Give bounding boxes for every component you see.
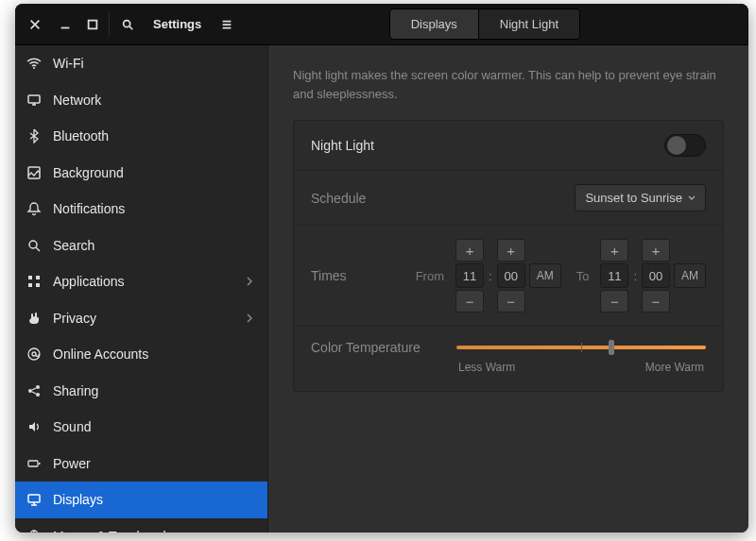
color-temperature-label: Color Temperature: [311, 340, 456, 355]
sidebar-item-label: Applications: [53, 274, 233, 289]
from-ampm[interactable]: AM: [529, 263, 561, 288]
background-icon: [26, 165, 42, 180]
sidebar-item-sharing[interactable]: Sharing: [15, 373, 267, 410]
slider-min-label: Less Warm: [458, 361, 515, 374]
svg-rect-18: [28, 495, 40, 502]
svg-point-6: [29, 241, 37, 248]
sidebar-item-online-accounts[interactable]: Online Accounts: [15, 336, 267, 373]
from-minute-value: 00: [497, 263, 525, 288]
svg-rect-10: [36, 283, 40, 287]
sidebar-item-privacy[interactable]: Privacy: [15, 300, 267, 337]
from-minute-up[interactable]: +: [497, 239, 525, 262]
bluetooth-icon: [26, 128, 42, 144]
svg-point-15: [36, 393, 40, 397]
sidebar-item-label: Network: [53, 93, 254, 108]
schedule-value: Sunset to Sunrise: [585, 191, 682, 205]
toggle-knob: [667, 136, 686, 155]
night-light-panel: Night Light Schedule Sunset to Sunrise: [293, 120, 724, 392]
from-hour-down[interactable]: −: [455, 290, 484, 313]
main-content: Night light makes the screen color warme…: [268, 45, 748, 533]
sidebar-item-search[interactable]: Search: [15, 228, 267, 264]
schedule-dropdown[interactable]: Sunset to Sunrise: [575, 184, 706, 211]
monitor-icon: [26, 492, 42, 507]
svg-rect-16: [28, 461, 38, 466]
svg-point-14: [36, 385, 40, 389]
chevron-right-icon: [245, 311, 254, 326]
svg-rect-1: [88, 20, 96, 28]
slider-thumb[interactable]: [609, 340, 614, 355]
from-minute-down[interactable]: −: [497, 290, 525, 313]
sidebar-item-background[interactable]: Background: [15, 155, 267, 192]
chevron-right-icon: [245, 274, 254, 289]
sidebar-item-displays[interactable]: Displays: [15, 482, 267, 518]
svg-point-2: [124, 20, 130, 26]
svg-rect-9: [28, 283, 32, 287]
app-title: Settings: [153, 17, 201, 31]
wifi-icon: [26, 56, 42, 71]
times-label: Times: [311, 268, 347, 283]
tab-night-light[interactable]: Night Light: [479, 8, 580, 40]
svg-point-11: [28, 348, 40, 360]
tab-displays[interactable]: Displays: [389, 8, 479, 40]
colon: :: [632, 269, 638, 283]
sidebar-item-applications[interactable]: Applications: [15, 263, 267, 300]
sidebar-item-label: Mouse & Touchpad: [53, 529, 254, 533]
to-hour-up[interactable]: +: [600, 239, 628, 262]
share-icon: [26, 383, 42, 398]
to-minute-down[interactable]: −: [642, 290, 670, 313]
to-hour-value: 11: [600, 263, 628, 288]
chevron-down-icon: [688, 194, 696, 202]
svg-point-3: [33, 67, 35, 69]
schedule-row: Schedule Sunset to Sunrise: [294, 170, 723, 225]
sidebar-item-power[interactable]: Power: [15, 446, 267, 482]
sidebar-item-label: Displays: [53, 492, 254, 507]
sidebar: Wi-Fi Network Bluetooth Background Notif…: [15, 45, 268, 533]
maximize-button[interactable]: [81, 10, 110, 39]
color-temperature-slider[interactable]: [456, 346, 706, 349]
sidebar-item-label: Notifications: [53, 201, 254, 216]
sidebar-item-label: Search: [53, 238, 254, 253]
sidebar-item-mouse-touchpad[interactable]: Mouse & Touchpad: [15, 518, 267, 533]
settings-window: Settings Displays Night Light Wi-Fi Netw…: [15, 4, 748, 533]
from-time-group: + 11 − : + 00 − AM: [455, 239, 561, 313]
minimize-button[interactable]: [51, 10, 79, 39]
to-hour-down[interactable]: −: [600, 290, 628, 313]
battery-icon: [26, 456, 42, 471]
enable-row: Night Light: [294, 121, 723, 170]
to-ampm[interactable]: AM: [674, 263, 706, 288]
to-minute-value: 00: [642, 263, 670, 288]
search-button[interactable]: [113, 10, 142, 39]
mouse-icon: [26, 529, 42, 533]
sidebar-item-label: Privacy: [53, 311, 233, 326]
colon: :: [488, 269, 493, 283]
svg-point-13: [28, 389, 32, 393]
titlebar: Settings Displays Night Light: [15, 4, 748, 45]
times-row: Times From + 11 − : + 00 −: [294, 225, 723, 326]
bell-icon: [26, 201, 42, 216]
helper-text: Night light makes the screen color warme…: [293, 66, 724, 103]
from-hour-up[interactable]: +: [455, 239, 484, 262]
svg-rect-4: [28, 95, 40, 103]
svg-rect-0: [61, 26, 70, 28]
svg-rect-8: [36, 276, 40, 279]
close-button[interactable]: [21, 10, 49, 39]
at-icon: [26, 347, 42, 362]
sidebar-item-sound[interactable]: Sound: [15, 409, 267, 446]
night-light-toggle[interactable]: [664, 134, 706, 157]
from-hour-value: 11: [455, 263, 484, 288]
sidebar-item-bluetooth[interactable]: Bluetooth: [15, 118, 267, 155]
hamburger-button[interactable]: [213, 10, 241, 39]
sidebar-item-label: Sound: [53, 419, 254, 434]
sidebar-item-label: Power: [53, 456, 254, 471]
sidebar-item-wifi[interactable]: Wi-Fi: [15, 45, 267, 82]
sidebar-item-network[interactable]: Network: [15, 82, 267, 119]
network-icon: [26, 93, 42, 108]
svg-rect-5: [28, 167, 40, 178]
to-minute-up[interactable]: +: [642, 239, 670, 262]
grid-icon: [26, 274, 42, 289]
sidebar-item-label: Background: [53, 165, 254, 180]
night-light-title: Night Light: [311, 138, 374, 153]
svg-rect-7: [28, 276, 32, 279]
sidebar-item-notifications[interactable]: Notifications: [15, 191, 267, 228]
search-icon: [26, 238, 42, 253]
